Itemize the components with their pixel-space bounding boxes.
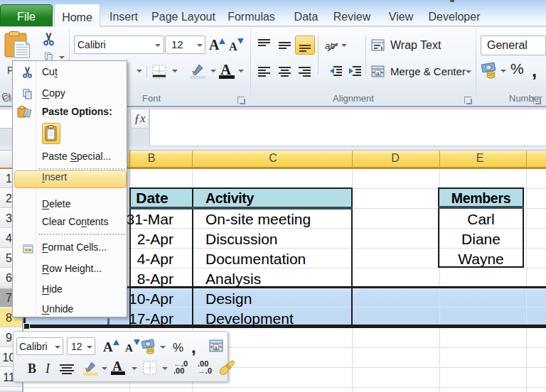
svg-text:a: a (376, 70, 380, 77)
svg-text:a: a (214, 344, 218, 352)
